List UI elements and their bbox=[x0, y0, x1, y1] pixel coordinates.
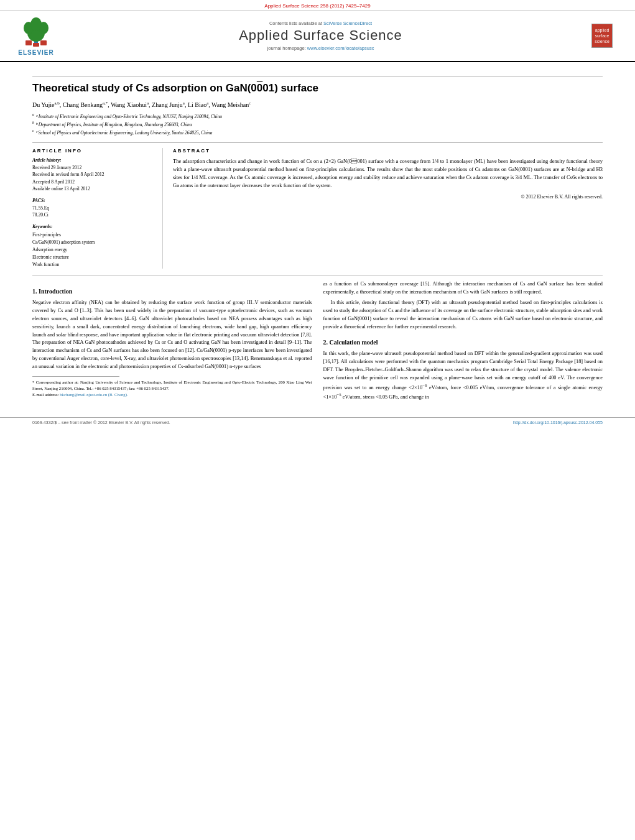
section2-heading: 2. Calculation model bbox=[323, 338, 603, 348]
journal-homepage: journal homepage: www.elsevier.com/locat… bbox=[67, 45, 574, 51]
keywords-label: Keywords: bbox=[32, 224, 155, 229]
elsevier-logo: ELSEVIER bbox=[11, 16, 61, 56]
svg-rect-7 bbox=[33, 43, 39, 47]
sciverse-link[interactable]: SciVerse ScienceDirect bbox=[323, 21, 372, 26]
abstract-col: ABSTRACT The adsorption characteristics … bbox=[173, 148, 603, 269]
svg-point-4 bbox=[30, 17, 42, 31]
intro-para-2: as a function of Cs submonolayer coverag… bbox=[323, 280, 603, 297]
page: Applied Surface Science 258 (2012) 7425–… bbox=[0, 0, 635, 840]
pacs-value-1: 71.55.Eq bbox=[32, 205, 155, 212]
journal-header: ELSEVIER Contents lists available at Sci… bbox=[0, 11, 635, 62]
abstract-header: ABSTRACT bbox=[173, 148, 603, 154]
main-col-left: 1. Introduction Negative electron affini… bbox=[32, 280, 312, 405]
keywords-list: First-principles Cs/GaN(0001) adsorption… bbox=[32, 231, 155, 269]
svg-rect-6 bbox=[40, 40, 47, 45]
pacs-section: PACS: 71.55.Eq 78.20.Ci bbox=[32, 198, 155, 219]
accepted-date: Accepted 8 April 2012 bbox=[32, 179, 155, 186]
revised-date: Received in revised form 8 April 2012 bbox=[32, 172, 155, 178]
main-content-cols: 1. Introduction Negative electron affini… bbox=[32, 280, 603, 405]
article-title: Theoretical study of Cs adsorption on Ga… bbox=[32, 81, 603, 95]
article-body: Theoretical study of Cs adsorption on Ga… bbox=[0, 62, 635, 411]
info-abstract-cols: ARTICLE INFO Article history: Received 2… bbox=[32, 148, 603, 269]
article-history-label: Article history: bbox=[32, 157, 155, 163]
keywords-section: Keywords: First-principles Cs/GaN(0001) … bbox=[32, 224, 155, 269]
svg-rect-5 bbox=[25, 40, 32, 45]
intro-para-1: Negative electron affinity (NEA) can be … bbox=[32, 299, 312, 371]
section1-heading: 1. Introduction bbox=[32, 287, 312, 297]
footer-issn: 0169-4332/$ – see front matter © 2012 El… bbox=[32, 420, 170, 425]
journal-logo-right: applied surface science bbox=[580, 24, 624, 48]
article-info-header: ARTICLE INFO bbox=[32, 148, 155, 154]
journal-citation: Applied Surface Science 258 (2012) 7425–… bbox=[264, 3, 370, 9]
sciverse-label: Contents lists available at SciVerse Sci… bbox=[67, 21, 574, 26]
doi-link[interactable]: http://dx.doi.org/10.1016/j.apsusc.2012.… bbox=[513, 420, 603, 425]
online-date: Available online 13 April 2012 bbox=[32, 186, 155, 193]
footnote-divider bbox=[32, 376, 119, 377]
journal-center-header: Contents lists available at SciVerse Sci… bbox=[67, 21, 574, 51]
copyright-notice: © 2012 Elsevier B.V. All rights reserved… bbox=[173, 193, 603, 201]
pacs-label: PACS: bbox=[32, 198, 155, 203]
main-col-right: as a function of Cs submonolayer coverag… bbox=[323, 280, 603, 405]
homepage-link[interactable]: www.elsevier.com/locate/apsusc bbox=[307, 45, 374, 51]
article-info-col: ARTICLE INFO Article history: Received 2… bbox=[32, 148, 163, 269]
keyword-3: Adsorption energy bbox=[32, 246, 155, 254]
calc-model-para-1: In this work, the plane-wave ultrasoft p… bbox=[323, 350, 603, 402]
keyword-4: Electronic structure bbox=[32, 254, 155, 261]
keyword-5: Work function bbox=[32, 261, 155, 269]
journal-logo-box: applied surface science bbox=[591, 24, 613, 48]
email-link[interactable]: bkchang@mail.njust.edu.cn (B. Chang). bbox=[60, 392, 128, 397]
keyword-1: First-principles bbox=[32, 231, 155, 239]
journal-citation-bar: Applied Surface Science 258 (2012) 7425–… bbox=[0, 0, 635, 11]
received-date: Received 29 January 2012 bbox=[32, 165, 155, 172]
journal-title: Applied Surface Science bbox=[67, 27, 574, 44]
keyword-2: Cs/GaN(0001) adsorption system bbox=[32, 239, 155, 246]
abstract-text: The adsorption characteristics and chang… bbox=[173, 157, 603, 201]
intro-para-3: In this article, density functional theo… bbox=[323, 299, 603, 331]
authors-line: Du Yujiea,b, Chang Benkanga,*, Wang Xiao… bbox=[32, 100, 603, 109]
pacs-value-2: 78.20.Ci bbox=[32, 212, 155, 219]
elsevier-tree-icon bbox=[19, 16, 53, 48]
footnote: * Corresponding author at: Nanjing Unive… bbox=[32, 379, 312, 398]
affiliations: a ᵃ Institute of Electronic Engineering … bbox=[32, 112, 603, 136]
bottom-footer: 0169-4332/$ – see front matter © 2012 El… bbox=[0, 417, 635, 427]
footer-doi: http://dx.doi.org/10.1016/j.apsusc.2012.… bbox=[513, 420, 603, 425]
elsevier-brand: ELSEVIER bbox=[18, 49, 53, 56]
